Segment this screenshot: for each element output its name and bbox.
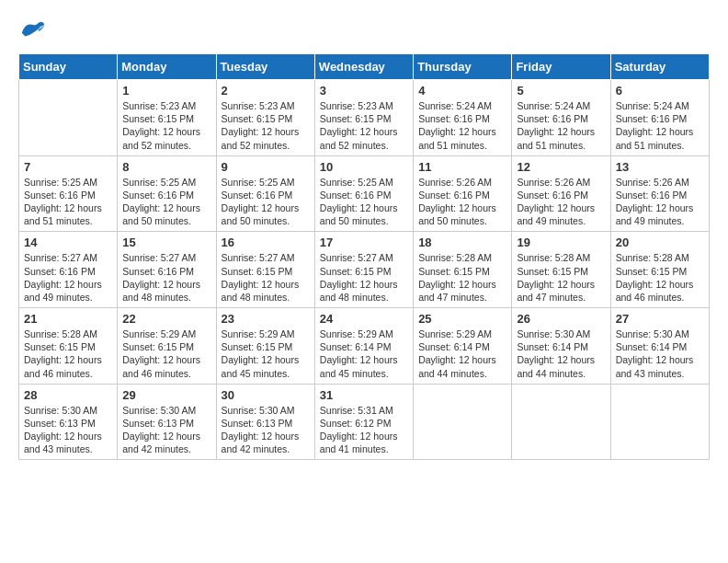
calendar-cell: 12Sunrise: 5:26 AMSunset: 6:16 PMDayligh… <box>512 155 610 232</box>
day-info: Sunrise: 5:25 AMSunset: 6:16 PMDaylight:… <box>122 176 210 228</box>
day-info: Sunrise: 5:30 AMSunset: 6:14 PMDaylight:… <box>616 327 704 380</box>
daylight-text: Daylight: 12 hoursand 49 minutes. <box>24 279 102 303</box>
day-info: Sunrise: 5:26 AMSunset: 6:16 PMDaylight:… <box>418 176 506 228</box>
sunrise-text: Sunrise: 5:27 AM <box>122 252 196 263</box>
day-info: Sunrise: 5:29 AMSunset: 6:14 PMDaylight:… <box>418 327 506 380</box>
sunset-text: Sunset: 6:15 PM <box>122 113 194 124</box>
logo-icon <box>18 18 46 44</box>
day-info: Sunrise: 5:30 AMSunset: 6:13 PMDaylight:… <box>122 404 210 456</box>
calendar-cell: 30Sunrise: 5:30 AMSunset: 6:13 PMDayligh… <box>216 384 314 460</box>
day-info: Sunrise: 5:30 AMSunset: 6:13 PMDaylight:… <box>24 404 112 456</box>
calendar-cell: 5Sunrise: 5:24 AMSunset: 6:16 PMDaylight… <box>512 80 610 156</box>
day-info: Sunrise: 5:31 AMSunset: 6:12 PMDaylight:… <box>320 404 408 456</box>
day-info: Sunrise: 5:27 AMSunset: 6:16 PMDaylight:… <box>122 251 210 304</box>
daylight-text: Daylight: 12 hoursand 41 minutes. <box>320 431 398 454</box>
page-header <box>18 18 710 44</box>
calendar-cell <box>610 384 709 460</box>
sunset-text: Sunset: 6:16 PM <box>418 190 490 201</box>
sunrise-text: Sunrise: 5:29 AM <box>418 328 492 339</box>
calendar-cell: 8Sunrise: 5:25 AMSunset: 6:16 PMDaylight… <box>118 155 216 232</box>
day-header-thursday: Thursday <box>414 54 512 80</box>
sunset-text: Sunset: 6:16 PM <box>418 113 490 124</box>
calendar-cell: 14Sunrise: 5:27 AMSunset: 6:16 PMDayligh… <box>19 232 118 308</box>
day-number: 8 <box>122 160 210 174</box>
daylight-text: Daylight: 12 hoursand 50 minutes. <box>418 202 496 226</box>
daylight-text: Daylight: 12 hoursand 49 minutes. <box>616 202 694 226</box>
daylight-text: Daylight: 12 hoursand 48 minutes. <box>122 279 200 303</box>
sunset-text: Sunset: 6:16 PM <box>517 190 588 201</box>
daylight-text: Daylight: 12 hoursand 45 minutes. <box>222 354 300 378</box>
day-info: Sunrise: 5:27 AMSunset: 6:15 PMDaylight:… <box>320 251 408 304</box>
sunset-text: Sunset: 6:13 PM <box>222 418 293 429</box>
day-number: 5 <box>517 84 605 98</box>
daylight-text: Daylight: 12 hoursand 44 minutes. <box>517 354 595 378</box>
daylight-text: Daylight: 12 hoursand 42 minutes. <box>122 431 200 454</box>
sunrise-text: Sunrise: 5:30 AM <box>616 328 689 339</box>
sunset-text: Sunset: 6:15 PM <box>320 113 392 124</box>
sunrise-text: Sunrise: 5:27 AM <box>320 252 393 263</box>
week-row-5: 28Sunrise: 5:30 AMSunset: 6:13 PMDayligh… <box>19 384 710 460</box>
sunrise-text: Sunrise: 5:24 AM <box>616 100 689 111</box>
sunset-text: Sunset: 6:12 PM <box>320 418 392 429</box>
calendar-cell: 11Sunrise: 5:26 AMSunset: 6:16 PMDayligh… <box>414 155 512 232</box>
calendar-cell: 10Sunrise: 5:25 AMSunset: 6:16 PMDayligh… <box>314 155 413 232</box>
daylight-text: Daylight: 12 hoursand 45 minutes. <box>320 354 398 378</box>
day-info: Sunrise: 5:24 AMSunset: 6:16 PMDaylight:… <box>418 99 506 152</box>
day-number: 3 <box>320 84 408 98</box>
day-number: 16 <box>222 236 310 249</box>
day-number: 21 <box>24 312 112 326</box>
calendar-cell: 22Sunrise: 5:29 AMSunset: 6:15 PMDayligh… <box>118 308 216 385</box>
sunrise-text: Sunrise: 5:26 AM <box>418 177 492 188</box>
day-number: 26 <box>517 312 605 326</box>
day-number: 9 <box>222 160 310 174</box>
day-number: 2 <box>222 84 310 98</box>
daylight-text: Daylight: 12 hoursand 42 minutes. <box>222 431 300 454</box>
sunrise-text: Sunrise: 5:28 AM <box>616 252 689 263</box>
daylight-text: Daylight: 12 hoursand 49 minutes. <box>517 202 595 226</box>
sunrise-text: Sunrise: 5:31 AM <box>320 405 393 416</box>
calendar-cell: 9Sunrise: 5:25 AMSunset: 6:16 PMDaylight… <box>216 155 314 232</box>
sunrise-text: Sunrise: 5:25 AM <box>122 177 196 188</box>
sunrise-text: Sunrise: 5:30 AM <box>24 405 97 416</box>
daylight-text: Daylight: 12 hoursand 43 minutes. <box>24 431 102 454</box>
day-header-monday: Monday <box>118 54 216 80</box>
sunrise-text: Sunrise: 5:24 AM <box>418 100 492 111</box>
sunset-text: Sunset: 6:15 PM <box>24 341 96 352</box>
daylight-text: Daylight: 12 hoursand 51 minutes. <box>517 126 595 150</box>
sunrise-text: Sunrise: 5:28 AM <box>418 252 492 263</box>
calendar-cell: 13Sunrise: 5:26 AMSunset: 6:16 PMDayligh… <box>610 155 709 232</box>
day-info: Sunrise: 5:23 AMSunset: 6:15 PMDaylight:… <box>222 99 310 152</box>
daylight-text: Daylight: 12 hoursand 50 minutes. <box>222 202 300 226</box>
day-number: 1 <box>122 84 210 98</box>
day-number: 30 <box>222 388 310 402</box>
sunrise-text: Sunrise: 5:23 AM <box>320 100 393 111</box>
day-number: 4 <box>418 84 506 98</box>
day-number: 18 <box>418 236 506 249</box>
day-info: Sunrise: 5:27 AMSunset: 6:16 PMDaylight:… <box>24 251 112 304</box>
day-info: Sunrise: 5:24 AMSunset: 6:16 PMDaylight:… <box>517 99 605 152</box>
day-header-saturday: Saturday <box>610 54 709 80</box>
calendar-cell: 1Sunrise: 5:23 AMSunset: 6:15 PMDaylight… <box>118 80 216 156</box>
day-info: Sunrise: 5:23 AMSunset: 6:15 PMDaylight:… <box>122 99 210 152</box>
day-number: 17 <box>320 236 408 249</box>
day-header-friday: Friday <box>512 54 610 80</box>
calendar-cell: 6Sunrise: 5:24 AMSunset: 6:16 PMDaylight… <box>610 80 709 156</box>
day-info: Sunrise: 5:25 AMSunset: 6:16 PMDaylight:… <box>222 176 310 228</box>
sunset-text: Sunset: 6:15 PM <box>517 266 588 277</box>
sunrise-text: Sunrise: 5:29 AM <box>320 328 393 339</box>
calendar-cell: 15Sunrise: 5:27 AMSunset: 6:16 PMDayligh… <box>118 232 216 308</box>
sunrise-text: Sunrise: 5:29 AM <box>222 328 295 339</box>
calendar-table: SundayMondayTuesdayWednesdayThursdayFrid… <box>18 53 710 460</box>
sunset-text: Sunset: 6:13 PM <box>122 418 194 429</box>
day-info: Sunrise: 5:28 AMSunset: 6:15 PMDaylight:… <box>24 327 112 380</box>
sunrise-text: Sunrise: 5:30 AM <box>517 328 590 339</box>
sunset-text: Sunset: 6:16 PM <box>222 190 293 201</box>
day-number: 12 <box>517 160 605 174</box>
calendar-cell: 7Sunrise: 5:25 AMSunset: 6:16 PMDaylight… <box>19 155 118 232</box>
logo <box>18 18 50 44</box>
sunset-text: Sunset: 6:15 PM <box>320 266 392 277</box>
day-info: Sunrise: 5:29 AMSunset: 6:15 PMDaylight:… <box>222 327 310 380</box>
calendar-cell: 16Sunrise: 5:27 AMSunset: 6:15 PMDayligh… <box>216 232 314 308</box>
calendar-cell: 20Sunrise: 5:28 AMSunset: 6:15 PMDayligh… <box>610 232 709 308</box>
sunset-text: Sunset: 6:16 PM <box>616 190 688 201</box>
